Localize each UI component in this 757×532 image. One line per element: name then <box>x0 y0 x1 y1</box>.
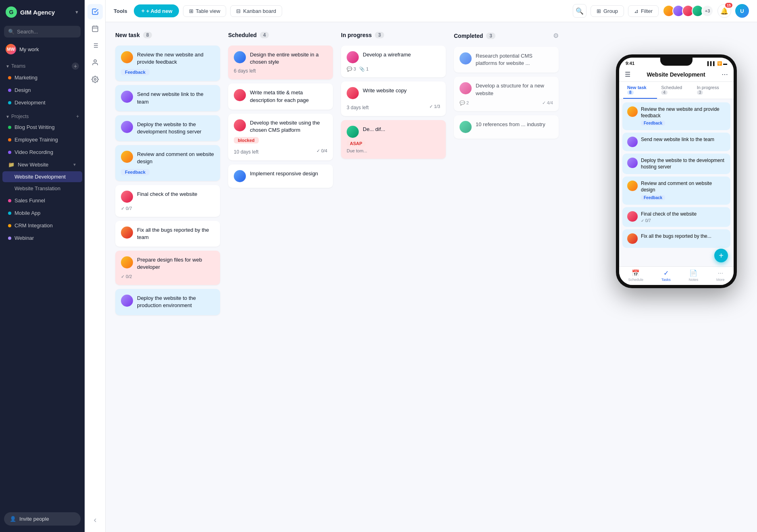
card-avatar <box>234 51 246 63</box>
phone-nav-more[interactable]: ··· More <box>716 270 725 282</box>
search-input[interactable]: 🔍 Search... <box>4 26 81 37</box>
add-project-button[interactable]: + <box>76 114 79 119</box>
group-button[interactable]: ⊞ Group <box>591 5 624 17</box>
task-card[interactable]: Review the new website and provide feedb… <box>115 46 220 81</box>
task-card[interactable]: Prepare design files for web developer ✓… <box>115 251 220 285</box>
sidebar-item-webinar[interactable]: Webinar <box>2 232 82 244</box>
card-avatar <box>121 151 133 163</box>
kanban-board-button[interactable]: ⊟ Kanban board <box>230 5 282 17</box>
avatar-overflow[interactable]: +3 <box>701 5 713 17</box>
phone-nav-schedule[interactable]: 📅 Schedule <box>628 269 643 282</box>
sidebar-item-mobile[interactable]: Mobile App <box>2 207 82 219</box>
notifications-button[interactable]: 🔔 15 <box>717 4 731 18</box>
phone-card-avatar <box>627 181 638 191</box>
add-new-button[interactable]: ＋ + Add new <box>134 4 179 17</box>
phone-card-list: Review the new website and provide feedb… <box>619 99 734 266</box>
sidebar-item-website-trans[interactable]: Website Translation <box>2 183 82 194</box>
card-title: De... dif... <box>363 126 385 133</box>
folder-icon: 📁 <box>8 162 15 168</box>
column-header-in-progress: In progress 3 <box>341 30 446 42</box>
tasks-icon-button[interactable] <box>87 4 103 19</box>
task-card[interactable]: Develop a structure for a new website 💬 … <box>454 77 559 111</box>
task-card[interactable]: Research potential CMS platforms for web… <box>454 47 559 73</box>
app-logo[interactable]: G GIM Agency ▼ <box>0 0 85 24</box>
phone-nav-tasks[interactable]: ✓ Tasks <box>661 269 671 282</box>
phone-fab-button[interactable]: + <box>714 249 728 262</box>
filter-button[interactable]: ⊿ Filter <box>628 5 659 17</box>
collapse-sidebar-button[interactable] <box>87 513 103 528</box>
main-content: Tools ＋ + Add new ⊞ Table view ⊟ Kanban … <box>106 0 757 532</box>
person-icon-button[interactable] <box>87 55 103 70</box>
chevron-down-icon: ▼ <box>73 162 77 167</box>
task-card[interactable]: De... dif... ASAP Due tom... <box>341 120 446 159</box>
settings-icon-button[interactable] <box>87 72 103 87</box>
task-card[interactable]: Develop a wireframe 💬 3 📎 1 <box>341 46 446 77</box>
column-count: 8 <box>143 32 152 38</box>
phone-time: 9:41 <box>626 61 634 66</box>
task-card[interactable]: Send new website link to the team <box>115 85 220 111</box>
add-team-button[interactable]: + <box>72 62 79 70</box>
task-card[interactable]: Design the entire website in a chosen st… <box>228 46 333 79</box>
kanban-icon: ⊟ <box>236 8 241 14</box>
days-left: 6 days left <box>234 68 327 74</box>
invite-people-button[interactable]: 👤 Invite people <box>4 512 81 526</box>
phone-task-card[interactable]: Review the new website and provide feedb… <box>622 102 730 130</box>
task-card[interactable]: Develop the website using the chosen CMS… <box>228 114 333 160</box>
phone-nav-notes[interactable]: 📄 Notes <box>689 269 699 282</box>
phone-menu-icon[interactable]: ☰ <box>625 71 630 78</box>
topbar: Tools ＋ + Add new ⊞ Table view ⊟ Kanban … <box>106 0 757 22</box>
sidebar-item-video[interactable]: Video Recording <box>2 146 82 158</box>
task-card[interactable]: Fix all the bugs reported by the team <box>115 221 220 247</box>
task-card[interactable]: Write website copy 3 days left ✓ 1/3 <box>341 81 446 116</box>
card-title: Write meta title & meta description for … <box>250 89 327 104</box>
task-card[interactable]: Write meta title & meta description for … <box>228 83 333 109</box>
sidebar-item-blog[interactable]: Blog Post Writing <box>2 121 82 133</box>
tasks-icon: ✓ <box>663 269 669 277</box>
task-card[interactable]: 10 references from ... industry <box>454 115 559 139</box>
task-card[interactable]: Review and comment on website design Fee… <box>115 145 220 181</box>
phone-task-card[interactable]: Fix all the bugs reported by the... <box>622 229 730 248</box>
phone-mockup: 9:41 ▌▌▌ 🛜 ▬ ☰ Website Development ⋯ <box>616 54 737 288</box>
task-card[interactable]: Deploy the website to the development ho… <box>115 115 220 141</box>
svg-point-11 <box>94 79 96 81</box>
sidebar-item-crm[interactable]: CRM Integration <box>2 220 82 231</box>
card-avatar <box>234 170 246 182</box>
search-button[interactable]: 🔍 <box>573 4 586 18</box>
phone-task-card[interactable]: Final check of the website ✓ 0/7 <box>622 207 730 227</box>
card-avatar <box>460 121 472 133</box>
phone-task-card[interactable]: Review and comment on website design Fee… <box>622 177 730 204</box>
task-card[interactable]: Deploy the website to the production env… <box>115 289 220 315</box>
team-avatars: +3 <box>663 5 713 17</box>
profile-avatar[interactable]: U <box>735 4 749 18</box>
phone-tab-new-task[interactable]: New task 8 <box>623 82 657 99</box>
card-title: Fix all the bugs reported by the team <box>137 227 214 241</box>
phone-feedback-tag: Feedback <box>641 195 665 200</box>
phone-more-icon[interactable]: ⋯ <box>722 71 728 78</box>
sidebar-item-marketing[interactable]: Marketing <box>2 72 82 83</box>
wifi-icon: 🛜 <box>717 61 722 66</box>
sidebar-item-new-website[interactable]: 📁 New Website ▼ <box>2 159 82 170</box>
task-card[interactable]: Final check of the website ✓ 0/7 <box>115 185 220 217</box>
sidebar-item-sales[interactable]: Sales Funnel <box>2 195 82 206</box>
sidebar-item-website-dev[interactable]: Website Development <box>2 171 82 182</box>
comment-count: 💬 2 <box>460 100 469 106</box>
notes-icon: 📄 <box>689 269 697 277</box>
card-title: Review and comment on website design <box>137 151 214 165</box>
sidebar-item-development[interactable]: Development <box>2 97 82 108</box>
phone-tab-scheduled[interactable]: Scheduled 4 <box>657 82 693 99</box>
phone-task-card[interactable]: Send new website link to the team <box>622 133 730 151</box>
phone-task-card[interactable]: Deploy the website to the development ho… <box>622 154 730 174</box>
table-view-button[interactable]: ⊞ Table view <box>183 5 227 17</box>
column-settings-icon[interactable]: ⚙ <box>553 32 559 39</box>
task-card[interactable]: Implement responsive design <box>228 164 333 188</box>
sidebar-item-design[interactable]: Design <box>2 84 82 96</box>
my-work-link[interactable]: MW My work <box>0 41 85 58</box>
sidebar-item-employee[interactable]: Employee Training <box>2 134 82 145</box>
phone-tab-in-progress[interactable]: In progress 3 <box>693 82 730 99</box>
calendar-icon-button[interactable] <box>87 21 103 36</box>
phone-notch <box>660 58 693 66</box>
check-count: ✓ 4/4 <box>542 100 553 106</box>
list-icon-button[interactable] <box>87 38 103 53</box>
page-title: Tools <box>114 8 127 14</box>
days-left: 3 days left <box>347 105 369 110</box>
